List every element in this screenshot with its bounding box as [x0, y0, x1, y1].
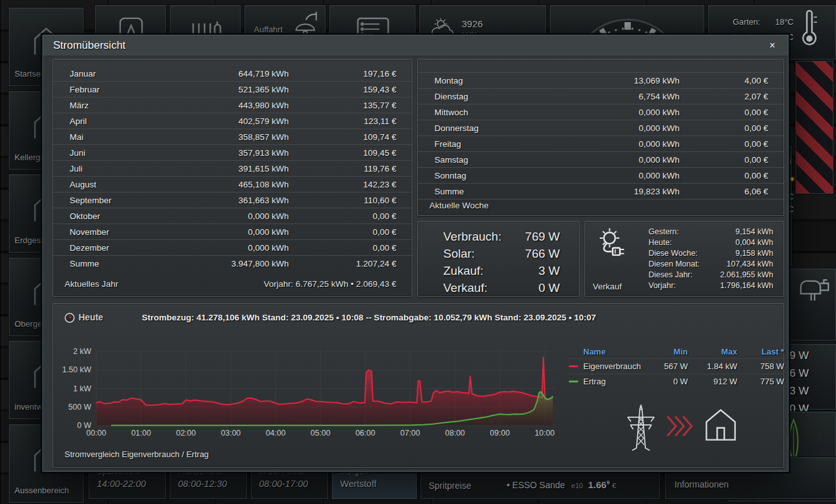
legend-series-name[interactable]: Ertrag	[583, 377, 647, 386]
euro-value: 197,16 €	[289, 66, 396, 81]
svg-text:06:00: 06:00	[355, 429, 375, 438]
series-min: 567 W	[647, 362, 688, 371]
stat-value: 2.061,955 kWh	[720, 270, 773, 280]
euro-value: 4,00 €	[680, 73, 768, 88]
euro-value: 0,00 €	[680, 120, 768, 135]
tile-warning-stripes[interactable]	[795, 61, 833, 194]
row-label: Freitag	[434, 136, 566, 151]
legend-col-header: Name	[583, 347, 647, 356]
power-value: 0 W	[538, 279, 560, 296]
dialog-titlebar: Stromübersicht ×	[43, 35, 788, 56]
tab-heute[interactable]: Heute	[79, 312, 103, 322]
svg-text:0 W: 0 W	[77, 421, 91, 430]
weekly-footer: Aktuelle Woche	[418, 201, 783, 210]
live-power-panel: Verbrauch:769 WSolar:766 WZukauf:3 WVerk…	[417, 221, 580, 297]
table-row: Samstag0,000 kWh0,00 €	[418, 152, 783, 168]
table-row: Juni357,913 kWh109,45 €	[53, 145, 412, 161]
euro-value: 0,00 €	[289, 240, 396, 255]
table-row: Mittwoch0,000 kWh0,00 €	[418, 104, 783, 120]
svg-text:05:00: 05:00	[310, 429, 330, 438]
kwh-value: 0,000 kWh	[566, 168, 680, 183]
legend-col-header: Min	[647, 347, 688, 356]
row-label: Mai	[70, 129, 194, 144]
legend-header: NameMinMaxLast *	[569, 344, 784, 358]
euro-value: 1.207,24 €	[289, 256, 396, 272]
svg-text:01:00: 01:00	[131, 429, 151, 438]
power-label: Zukauf:	[443, 262, 483, 279]
series-max: 912 W	[688, 377, 737, 386]
stat-label: Diese Woche:	[649, 248, 698, 259]
svg-text:1.50 kW: 1.50 kW	[62, 365, 91, 374]
stat-label: Diesen Monat:	[649, 259, 700, 270]
live-power-row: Verbrauch:769 W	[443, 228, 560, 245]
power-label: Verkauf:	[443, 279, 488, 296]
kwh-value: 0,000 kWh	[566, 152, 680, 167]
stat-label: Dieses Jahr:	[649, 270, 692, 280]
kwh-value: 443,980 kWh	[194, 98, 289, 113]
sale-stat-row: Dieses Jahr:2.061,955 kWh	[649, 270, 773, 280]
table-row: Summe19,823 kWh6,06 €	[418, 184, 783, 199]
kwh-value: 0,000 kWh	[194, 224, 289, 239]
euro-value: 0,00 €	[289, 224, 396, 239]
kwh-value: 361,663 kWh	[194, 192, 289, 208]
euro-value: 0,00 €	[680, 168, 768, 183]
legend-row: Ertrag0 W912 W775 W	[569, 374, 784, 389]
row-label: Oktober	[70, 208, 194, 224]
grid-to-house-flow	[623, 403, 775, 448]
dashboard-background: StartseiteKellergeschossErdgeschossOberg…	[0, 0, 836, 504]
row-label: August	[70, 177, 194, 192]
lux-value: 3926	[462, 18, 483, 29]
table-row: Mai358,857 kWh109,74 €	[53, 129, 412, 145]
stat-label: Heute:	[649, 237, 672, 248]
euro-value: 0,00 €	[680, 152, 768, 167]
row-label: Dezember	[70, 240, 194, 255]
table-row: Januar644,719 kWh197,16 €	[53, 66, 412, 82]
kwh-value: 19,823 kWh	[566, 184, 680, 199]
euro-value: 159,43 €	[289, 82, 396, 97]
mailbox-icon	[797, 274, 834, 303]
kwh-value: 358,857 kWh	[194, 129, 289, 144]
table-row: August465,108 kWh142,23 €	[53, 177, 412, 192]
outdoor-temp-label: Garten:	[733, 17, 760, 27]
chart-caption: Stromvergleich Eigenverbrauch / Ertrag	[65, 450, 209, 459]
table-row: November0,000 kWh0,00 €	[53, 224, 412, 240]
monthly-energy-panel: Januar644,719 kWh197,16 €Februar521,365 …	[53, 59, 412, 297]
kwh-value: 357,913 kWh	[194, 145, 289, 160]
row-label: Sonntag	[434, 168, 566, 183]
sale-stat-row: Diesen Monat:107,434 kWh	[649, 259, 773, 270]
fuel-price: 1.66	[588, 479, 606, 490]
legend-series-name[interactable]: Eigenverbrauch	[583, 362, 647, 371]
euro-value: 119,76 €	[289, 161, 396, 176]
kwh-value: 465,108 kWh	[194, 177, 289, 192]
table-row: Sonntag0,000 kWh0,00 €	[418, 168, 783, 184]
row-label: Summe	[70, 256, 194, 272]
outdoor-temp-value: 18°C	[775, 17, 794, 27]
close-icon[interactable]: ×	[766, 39, 779, 53]
svg-text:08:00: 08:00	[445, 429, 465, 438]
outdoor-temp-row: Garten: 18°C	[733, 17, 794, 27]
stat-label: Gestern:	[649, 227, 679, 237]
power-value: 766 W	[525, 245, 560, 262]
temp-fragment: C	[788, 192, 794, 201]
legend-col-header: Max	[688, 347, 737, 356]
power-label: Verbrauch:	[443, 228, 502, 245]
row-label: März	[70, 98, 194, 113]
kwh-value: 521,365 kWh	[194, 82, 289, 97]
table-row: Dezember0,000 kWh0,00 €	[53, 240, 412, 256]
solar-sale-panel: Verkauf Gestern:9,154 kWhHeute:0,004 kWh…	[585, 221, 784, 297]
row-label: Donnerstag	[434, 120, 566, 135]
table-row: September361,663 kWh110,60 €	[53, 192, 412, 208]
sidebar-item-label: inventw	[15, 402, 42, 412]
station-name: • ESSO Sande	[507, 480, 565, 490]
series-color-dash	[569, 365, 578, 367]
legend-row: Eigenverbrauch567 W1.84 kW758 W	[569, 358, 784, 374]
row-label: Samstag	[434, 152, 566, 167]
euro-value: 110,60 €	[289, 192, 396, 208]
svg-text:04:00: 04:00	[266, 429, 286, 438]
euro-value: 109,45 €	[289, 145, 396, 160]
row-label: April	[70, 113, 194, 129]
star-icon: ✶	[788, 174, 796, 184]
stat-value: 9,158 kWh	[735, 248, 773, 259]
euro-value: 123,11 €	[289, 113, 396, 129]
series-last: 775 W	[737, 377, 784, 386]
